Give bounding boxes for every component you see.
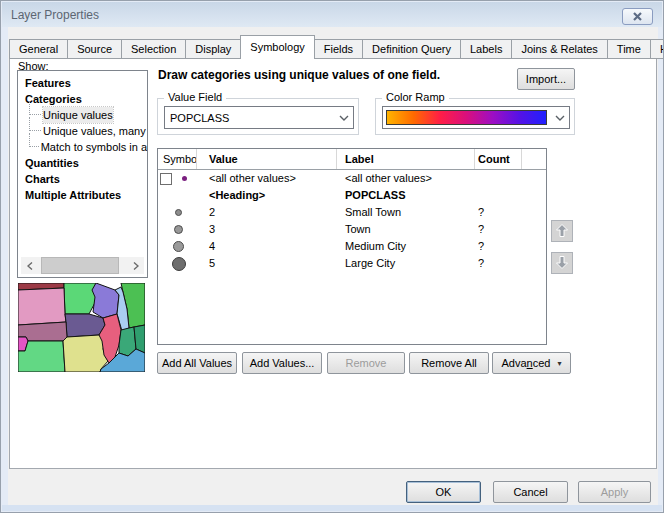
chevron-down-icon bbox=[551, 107, 569, 128]
tab-display[interactable]: Display bbox=[185, 39, 241, 59]
tab-source[interactable]: Source bbox=[67, 39, 122, 59]
tab-html-popup[interactable]: HTML Popup bbox=[650, 39, 664, 59]
all-other-values-checkbox[interactable] bbox=[160, 173, 172, 185]
value-cell[interactable]: 4 bbox=[197, 238, 337, 255]
label-cell[interactable]: Small Town bbox=[337, 204, 475, 221]
table-row[interactable]: 2Small Town? bbox=[158, 204, 546, 221]
tree-item-quantities[interactable]: Quantities bbox=[18, 155, 147, 171]
title-bar[interactable]: Layer Properties bbox=[2, 2, 662, 27]
tab-labels[interactable]: Labels bbox=[460, 39, 512, 59]
count-cell[interactable]: ? bbox=[475, 204, 522, 221]
tab-fields[interactable]: Fields bbox=[314, 39, 363, 59]
table-row[interactable]: 4Medium City? bbox=[158, 238, 546, 255]
point-symbol-icon bbox=[173, 241, 184, 252]
point-symbol-icon bbox=[172, 257, 186, 271]
remove-all-button[interactable]: Remove All bbox=[409, 352, 489, 374]
symbol-cell[interactable] bbox=[158, 255, 197, 272]
value-field-dropdown[interactable]: POPCLASS bbox=[164, 106, 354, 129]
tree-item-label: Unique values bbox=[43, 107, 113, 123]
tab-selection[interactable]: Selection bbox=[121, 39, 186, 59]
value-cell[interactable]: 5 bbox=[197, 255, 337, 272]
label-cell[interactable]: POPCLASS bbox=[337, 187, 475, 204]
count-cell[interactable] bbox=[475, 187, 522, 204]
symbol-cell[interactable] bbox=[158, 221, 197, 238]
value-field-value: POPCLASS bbox=[165, 112, 335, 124]
add-values-button[interactable]: Add Values... bbox=[242, 352, 322, 374]
color-ramp-dropdown[interactable] bbox=[382, 106, 570, 129]
tree-item-label: Features bbox=[25, 75, 71, 91]
value-field-group: Value Field POPCLASS bbox=[157, 98, 359, 135]
symbol-cell[interactable] bbox=[158, 204, 197, 221]
symbol-cell[interactable] bbox=[158, 170, 197, 187]
window-title: Layer Properties bbox=[11, 8, 99, 22]
point-symbol-icon bbox=[175, 209, 182, 216]
column-header-value[interactable]: Value bbox=[197, 149, 337, 169]
value-cell[interactable]: <all other values> bbox=[197, 170, 337, 187]
value-field-label: Value Field bbox=[164, 91, 226, 103]
scroll-left-arrow-icon[interactable] bbox=[21, 257, 38, 274]
symbology-tab-page: Show: FeaturesCategoriesUnique valuesUni… bbox=[9, 58, 657, 469]
show-tree: FeaturesCategoriesUnique valuesUnique va… bbox=[17, 70, 148, 278]
table-row[interactable]: 5Large City? bbox=[158, 255, 546, 272]
tree-item-match-to-symbols-in-a[interactable]: Match to symbols in a bbox=[18, 139, 147, 155]
symbol-table-body: <all other values><all other values><Hea… bbox=[158, 170, 546, 272]
label-cell[interactable]: Medium City bbox=[337, 238, 475, 255]
tree-branch-icon bbox=[29, 133, 39, 147]
tab-symbology[interactable]: Symbology bbox=[240, 35, 314, 59]
remove-button: Remove bbox=[327, 352, 405, 374]
column-header-symbol[interactable]: Symbol bbox=[158, 149, 197, 169]
move-up-button[interactable] bbox=[551, 220, 573, 242]
label-cell[interactable]: Town bbox=[337, 221, 475, 238]
tab-joins-relates[interactable]: Joins & Relates bbox=[511, 39, 607, 59]
color-ramp-group: Color Ramp bbox=[375, 98, 575, 135]
table-row[interactable]: <Heading>POPCLASS bbox=[158, 187, 546, 204]
label-cell[interactable]: Large City bbox=[337, 255, 475, 272]
add-all-values-button[interactable]: Add All Values bbox=[157, 352, 237, 374]
advanced-label: Adva bbox=[502, 357, 527, 369]
map-state-wisconsin bbox=[92, 283, 119, 318]
map-preview bbox=[18, 283, 145, 372]
tree-item-multiple-attributes[interactable]: Multiple Attributes bbox=[18, 187, 147, 203]
tree-item-charts[interactable]: Charts bbox=[18, 171, 147, 187]
count-cell[interactable]: ? bbox=[475, 221, 522, 238]
tab-general[interactable]: General bbox=[9, 39, 68, 59]
value-cell[interactable]: 3 bbox=[197, 221, 337, 238]
column-header-label[interactable]: Label bbox=[337, 149, 475, 169]
advanced-button[interactable]: Advanced▾ bbox=[492, 352, 571, 374]
menu-dropdown-icon: ▾ bbox=[557, 359, 561, 368]
advanced-label: ced bbox=[533, 357, 551, 369]
close-icon bbox=[633, 11, 642, 23]
scroll-right-arrow-icon[interactable] bbox=[127, 257, 144, 274]
ok-button[interactable]: OK bbox=[406, 481, 481, 503]
value-cell[interactable]: 2 bbox=[197, 204, 337, 221]
table-row[interactable]: <all other values><all other values> bbox=[158, 170, 546, 187]
count-cell[interactable] bbox=[475, 170, 522, 187]
symbol-cell[interactable] bbox=[158, 238, 197, 255]
count-cell[interactable]: ? bbox=[475, 238, 522, 255]
action-buttons: Add All ValuesAdd Values...RemoveRemove … bbox=[157, 352, 582, 374]
tree-item-label: Multiple Attributes bbox=[25, 187, 121, 203]
scroll-thumb[interactable] bbox=[41, 257, 119, 274]
close-button[interactable] bbox=[622, 8, 653, 25]
tree-item-label: Quantities bbox=[25, 155, 79, 171]
point-symbol-icon bbox=[182, 176, 187, 181]
tree-item-features[interactable]: Features bbox=[18, 75, 147, 91]
tab-definition-query[interactable]: Definition Query bbox=[362, 39, 461, 59]
color-ramp-label: Color Ramp bbox=[382, 91, 449, 103]
map-state-south-dakota bbox=[18, 288, 66, 325]
point-symbol-icon bbox=[174, 225, 183, 234]
value-cell[interactable]: <Heading> bbox=[197, 187, 337, 204]
tree-horizontal-scrollbar[interactable] bbox=[21, 257, 144, 274]
apply-button: Apply bbox=[578, 481, 651, 503]
table-row[interactable]: 3Town? bbox=[158, 221, 546, 238]
cancel-button[interactable]: Cancel bbox=[493, 481, 568, 503]
move-down-button[interactable] bbox=[551, 252, 573, 274]
column-header-count[interactable]: Count bbox=[475, 149, 522, 169]
symbol-cell[interactable] bbox=[158, 187, 197, 204]
label-cell[interactable]: <all other values> bbox=[337, 170, 475, 187]
import-button[interactable]: Import... bbox=[517, 68, 575, 90]
tab-time[interactable]: Time bbox=[607, 39, 651, 59]
map-preview-svg bbox=[18, 283, 145, 372]
tab-bar: GeneralSourceSelectionDisplaySymbologyFi… bbox=[9, 35, 664, 59]
count-cell[interactable]: ? bbox=[475, 255, 522, 272]
